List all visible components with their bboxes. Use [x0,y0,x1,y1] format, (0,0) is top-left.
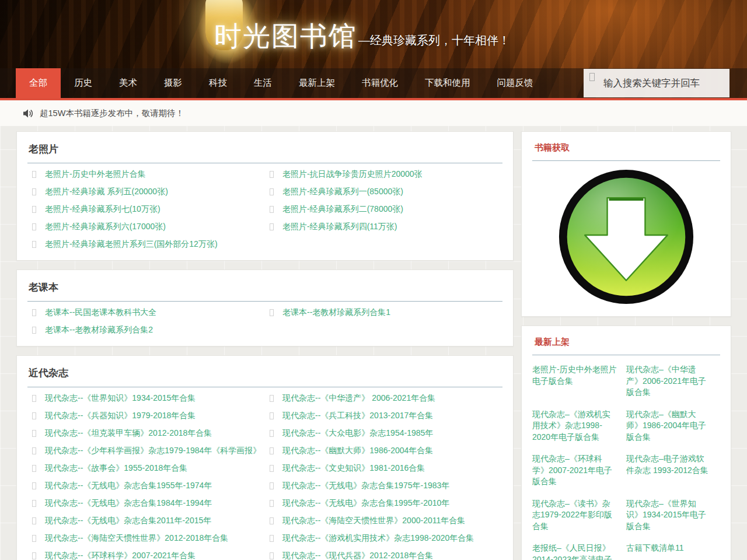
bullet-icon [270,223,274,230]
book-link[interactable]: 现代杂志--《世界知识》1934-2015年合集 [45,393,196,404]
bullet-icon [270,535,274,542]
book-link[interactable]: 现代杂志--《游戏机实用技术》杂志1998-2020年合集 [282,533,474,544]
nav-tab[interactable]: 美术 [106,68,151,98]
book-link[interactable]: 老照片-经典珍藏系列二(78000张) [282,204,403,215]
section-title: 老课本 [29,281,502,294]
book-link[interactable]: 现代杂志--《环球科学》2007-2021年合集 [45,551,196,560]
book-link[interactable]: 老照片-经典珍藏系列六(17000张) [45,222,166,232]
content: 老照片 老照片-历史中外老照片合集 老照片-抗日战争珍贵历史照片20000张 老… [0,126,747,560]
speaker-icon [23,109,33,118]
announcement-bar: 超15W本书籍逐步发布中，敬请期待！ [0,100,747,126]
search-input[interactable] [584,69,729,97]
list-item: 老照片-抗日战争珍贵历史照片20000张 [265,166,502,183]
list-item: 现代杂志--《兵器知识》1979-2018年合集 [27,407,265,425]
bullet-icon [270,206,274,213]
book-link[interactable]: 老照片-抗日战争珍贵历史照片20000张 [282,169,423,180]
book-link[interactable]: 现代杂志--《无线电》杂志合集2011年-2015年 [45,516,211,526]
book-link[interactable]: 老课本--民国老课本教科书大全 [45,307,156,318]
main-nav: 全部 历史 美术 摄影 科技 生活 最新上架 书籍优化 下载和使用 [0,68,747,98]
divider [27,301,502,302]
list-item: 现代杂志--《无线电》杂志合集1984年-1994年 [27,495,265,512]
bullet-icon [32,309,36,316]
book-link[interactable]: 现代杂志--《幽默大师》1986-2004年合集 [282,446,433,456]
list-item: 老照片-经典珍藏系列六(17000张) [27,218,265,236]
bullet-icon [270,465,274,472]
book-link[interactable]: 现代杂志--《无线电》杂志合集1955年-1974年 [45,481,212,491]
book-link[interactable]: 现代杂志--《无线电》杂志合集1975年-1983年 [282,481,449,491]
nav-tab[interactable]: 摄影 [151,68,196,98]
nav-tab[interactable]: 书籍优化 [348,68,411,98]
section-title: 近代杂志 [29,366,502,380]
book-link[interactable]: 现代杂志--《海陆空天惯性世界》2000-2011年合集 [282,516,465,526]
list-item: 现代杂志--《环球科学》2007-2021年合集 [27,547,265,560]
widget-title: 书籍获取 [535,142,720,153]
list-item: 现代杂志--《大众电影》杂志1954-1985年 [265,425,502,442]
list-item: 老照片-经典珍藏系列七(10万张) [27,201,265,218]
latest-link[interactable]: 老照片-历史中外老照片电子版合集 [532,365,617,386]
nav-tab[interactable]: 全部 [16,68,61,98]
latest-link[interactable]: 现代杂志–《游戏机实用技术》杂志1998-2020年电子版合集 [532,410,610,442]
list-item: 老照片-经典珍藏系列二(78000张) [265,201,502,218]
bullet-icon [32,223,36,230]
list-item: 现代杂志--《无线电》杂志合集2011年-2015年 [27,512,265,530]
nav-tab-label: 历史 [74,77,92,89]
nav-tab[interactable]: 科技 [196,68,240,98]
book-link[interactable]: 现代杂志--《大众电影》杂志1954-1985年 [282,428,433,439]
book-link[interactable]: 现代杂志--《坦克装甲车辆》2012-2018年合集 [45,428,212,439]
bullet-icon [270,517,274,524]
list-item: 老课本--民国老课本教科书大全 [27,304,265,321]
bullet-icon [270,447,274,454]
bullet-icon [32,188,36,195]
book-link[interactable]: 现代杂志--《无线电》杂志合集1995年-2010年 [282,498,449,509]
book-link[interactable]: 老照片-经典珍藏系列四(11万张) [282,222,397,232]
list-item: 老照片-经典珍藏 系列五(20000张) [27,183,265,201]
download-button[interactable] [557,168,695,306]
book-link[interactable]: 老照片-经典珍藏 系列五(20000张) [45,187,168,197]
book-link[interactable]: 老照片-经典珍藏老照片系列三(国外部分12万张) [45,239,218,250]
latest-link[interactable]: 现代杂志–《中华遗产》2006-2021年电子版合集 [626,365,706,397]
book-link[interactable]: 现代杂志--《现代兵器》2012-2018年合集 [282,551,433,560]
book-link[interactable]: 现代杂志--《中华遗产》 2006-2021年合集 [282,393,435,404]
list-item: 现代杂志–《读书》杂志1979-2022年影印版合集 [532,493,626,538]
bullet-icon [270,188,274,195]
list-item: 现代杂志–《中华遗产》2006-2021年电子版合集 [626,359,720,404]
book-link[interactable]: 现代杂志--《故事会》1955-2018年合集 [45,463,187,474]
list-item: 现代杂志--《无线电》杂志合集1975年-1983年 [265,477,502,495]
latest-link[interactable]: 老报纸–《人民日报》2014-2023年高清电子版合集 [532,543,612,560]
bullet-icon [32,465,36,472]
nav-tab[interactable]: 最新上架 [285,68,348,98]
latest-link[interactable]: 现代杂志–电子游戏软件杂志 1993-2012合集 [626,454,708,475]
nav-tab-label: 科技 [209,77,227,89]
book-link[interactable]: 现代杂志--《无线电》杂志合集1984年-1994年 [45,498,212,509]
latest-link[interactable]: 现代杂志–《幽默大师》1986-2004年电子版合集 [626,410,706,442]
list-item: 现代杂志--《游戏机实用技术》杂志1998-2020年合集 [265,530,502,547]
book-link[interactable]: 老课本--老教材珍藏系列合集1 [282,307,390,318]
book-link[interactable]: 老照片-经典珍藏系列一(85000张) [282,187,403,197]
book-link[interactable]: 老照片-经典珍藏系列七(10万张) [45,204,160,215]
nav-tab[interactable]: 下载和使用 [411,68,484,98]
list-item: 老照片-经典珍藏老照片系列三(国外部分12万张) [27,236,265,253]
book-link[interactable]: 现代杂志--《文史知识》1981-2016合集 [282,463,425,474]
book-link[interactable]: 老课本--老教材珍藏系列合集2 [45,325,153,335]
announcement-text: 超15W本书籍逐步发布中，敬请期待！ [40,108,184,119]
latest-link[interactable]: 现代杂志–《环球科学》2007-2021年电子版合集 [532,454,612,486]
bullet-icon [32,171,36,178]
widget-latest-arrivals: 最新上架 老照片-历史中外老照片电子版合集 现代杂志–《中华遗产》2006-20… [521,326,731,560]
list-item: 现代杂志--《世界知识》1934-2015年合集 [27,390,265,407]
latest-link[interactable]: 古籍下载清单11 [626,543,684,552]
latest-link[interactable]: 现代杂志–《世界知识》1934-2015年电子版合集 [626,499,706,531]
nav-tab[interactable]: 生活 [240,68,285,98]
latest-link[interactable]: 现代杂志–《读书》杂志1979-2022年影印版合集 [532,499,612,531]
book-link[interactable]: 现代杂志--《兵工科技》2013-2017年合集 [282,411,433,421]
nav-tab-label: 美术 [119,77,137,89]
book-link[interactable]: 老照片-历史中外老照片合集 [45,169,146,180]
book-link[interactable]: 现代杂志--《兵器知识》1979-2018年合集 [45,411,196,421]
site-title[interactable]: 时光图书馆 [214,21,357,51]
widget-title: 最新上架 [535,337,720,348]
bullet-icon [32,552,36,559]
nav-tab[interactable]: 问题反馈 [484,68,547,98]
book-link[interactable]: 现代杂志--《少年科学画报》杂志1979-1984年《科学画报》 [45,446,261,456]
bullet-icon [32,482,36,489]
nav-tab[interactable]: 历史 [61,68,106,98]
book-link[interactable]: 现代杂志--《海陆空天惯性世界》2012-2018年合集 [45,533,228,544]
